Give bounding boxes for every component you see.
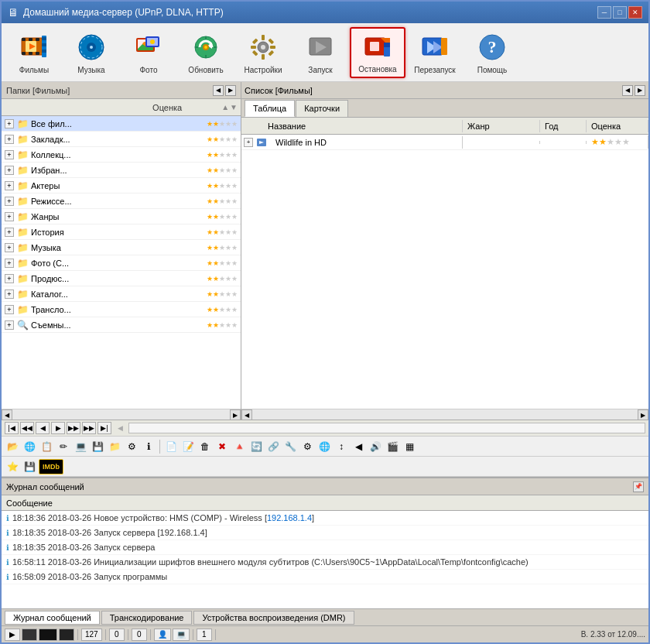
tree-item-actors[interactable]: + 📁 Актеры ★★★★★ bbox=[2, 178, 241, 194]
nav-scrollbar[interactable] bbox=[128, 423, 645, 433]
action-btn-b1[interactable]: ⭐ bbox=[5, 459, 20, 474]
scroll-track[interactable] bbox=[12, 409, 230, 420]
action-btn-14[interactable]: 🔺 bbox=[231, 439, 247, 454]
action-btn-24[interactable]: ▦ bbox=[402, 439, 417, 454]
filter-icon[interactable]: ▼ bbox=[230, 103, 238, 111]
log-link-1[interactable]: 192.168.1.4 bbox=[267, 513, 312, 522]
action-btn-15[interactable]: 🔄 bbox=[248, 439, 264, 454]
action-btn-11[interactable]: 📝 bbox=[180, 439, 196, 454]
panel-nav-next[interactable]: ▶ bbox=[225, 85, 236, 96]
expand-music[interactable]: + bbox=[5, 243, 14, 252]
right-panel-nav-prev[interactable]: ◀ bbox=[622, 85, 633, 96]
toolbar-photo-button[interactable]: Фото bbox=[121, 27, 176, 78]
expand-collections[interactable]: + bbox=[5, 150, 14, 159]
toolbar-music-button[interactable]: Музыка bbox=[63, 27, 119, 78]
maximize-button[interactable]: □ bbox=[613, 6, 627, 19]
status-icon-play[interactable]: ▶ bbox=[5, 629, 20, 641]
log-pin[interactable]: 📌 bbox=[633, 481, 644, 492]
expand-genres[interactable]: + bbox=[5, 212, 14, 221]
action-btn-23[interactable]: 🎬 bbox=[385, 439, 400, 454]
right-scrollbar[interactable]: ◀ ▶ bbox=[241, 409, 648, 420]
action-btn-3[interactable]: 📋 bbox=[39, 439, 54, 454]
tree-item-trans[interactable]: + 📁 Трансло... ★★★★★ bbox=[2, 302, 241, 317]
action-btn-9[interactable]: ℹ bbox=[141, 439, 156, 454]
expand-catalog[interactable]: + bbox=[5, 289, 14, 299]
tree-item-favorites[interactable]: + 📁 Избран... ★★★★★ bbox=[2, 163, 241, 178]
tree-item-music[interactable]: + 📁 Музыка ★★★★★ bbox=[2, 240, 241, 255]
sort-icon[interactable]: ▲ bbox=[221, 103, 229, 111]
tab-cards[interactable]: Карточки bbox=[296, 100, 348, 117]
toolbar-stop-button[interactable]: Остановка bbox=[350, 27, 405, 78]
action-btn-17[interactable]: 🔧 bbox=[282, 439, 298, 454]
action-btn-4[interactable]: ✏ bbox=[56, 439, 71, 454]
action-btn-10[interactable]: 📄 bbox=[163, 439, 179, 454]
row-expand[interactable]: + bbox=[244, 138, 253, 147]
nav-last[interactable]: ▶| bbox=[98, 422, 111, 434]
bottom-tab-transcode[interactable]: Транскодирование bbox=[101, 611, 193, 625]
minimize-button[interactable]: ─ bbox=[597, 6, 611, 19]
bottom-tab-dmr[interactable]: Устройства воспроизведения (DMR) bbox=[193, 611, 354, 625]
tree-item-bookmarks[interactable]: + 📁 Закладк... ★★★★★ bbox=[2, 132, 241, 147]
folder-tree[interactable]: + 📁 Все фил... ★★★★★ + 📁 Закладк... ★★★★… bbox=[2, 116, 241, 409]
panel-nav-prev[interactable]: ◀ bbox=[213, 85, 224, 96]
action-btn-12[interactable]: 🗑 bbox=[197, 439, 213, 454]
tree-item-producers[interactable]: + 📁 Продюс... ★★★★★ bbox=[2, 271, 241, 286]
right-scroll-track[interactable] bbox=[252, 409, 638, 420]
action-btn-6[interactable]: 💾 bbox=[90, 439, 105, 454]
tree-item-photo[interactable]: + 📁 Фото (С... ★★★★★ bbox=[2, 255, 241, 271]
nav-play[interactable]: ▶ bbox=[51, 422, 65, 434]
action-btn-imdb[interactable]: IMDb bbox=[39, 459, 63, 474]
action-btn-21[interactable]: ◀ bbox=[351, 439, 366, 454]
expand-history[interactable]: + bbox=[5, 228, 14, 237]
toolbar-restart-button[interactable]: Перезапуск bbox=[407, 27, 463, 78]
nav-next[interactable]: ▶▶ bbox=[67, 422, 80, 434]
action-btn-1[interactable]: 📂 bbox=[5, 439, 20, 454]
left-scrollbar[interactable]: ◀ ▶ bbox=[2, 409, 241, 420]
tree-item-directors[interactable]: + 📁 Режиссе... ★★★★★ bbox=[2, 194, 241, 209]
table-row[interactable]: + Wildlife in HD ★★★★★ bbox=[241, 135, 648, 150]
action-btn-13[interactable]: ✖ bbox=[214, 439, 230, 454]
tree-item-catalog[interactable]: + 📁 Каталог... ★★★★★ bbox=[2, 286, 241, 302]
action-btn-22[interactable]: 🔊 bbox=[368, 439, 383, 454]
toolbar-films-button[interactable]: Фильмы bbox=[6, 27, 62, 78]
tab-table[interactable]: Таблица bbox=[245, 100, 295, 117]
expand-allfilms[interactable]: + bbox=[5, 119, 14, 128]
tree-item-removable[interactable]: + 🔍 Съемны... ★★★★★ bbox=[2, 317, 241, 333]
nav-first[interactable]: |◀ bbox=[5, 422, 19, 434]
expand-producers[interactable]: + bbox=[5, 274, 14, 283]
right-scroll-right[interactable]: ▶ bbox=[638, 409, 648, 420]
action-btn-5[interactable]: 💻 bbox=[73, 439, 88, 454]
tree-item-allfilms[interactable]: + 📁 Все фил... ★★★★★ bbox=[2, 116, 241, 132]
action-btn-18[interactable]: ⚙ bbox=[299, 439, 315, 454]
scroll-right[interactable]: ▶ bbox=[230, 409, 241, 420]
close-button[interactable]: ✕ bbox=[628, 6, 642, 19]
right-scroll-left[interactable]: ◀ bbox=[241, 409, 252, 420]
action-btn-2[interactable]: 🌐 bbox=[22, 439, 37, 454]
toolbar-settings-button[interactable]: Настройки bbox=[235, 27, 291, 78]
tree-item-collections[interactable]: + 📁 Коллекц... ★★★★★ bbox=[2, 147, 241, 163]
action-btn-7[interactable]: 📁 bbox=[107, 439, 122, 454]
expand-actors[interactable]: + bbox=[5, 181, 14, 190]
action-btn-b2[interactable]: 💾 bbox=[22, 459, 37, 474]
expand-removable[interactable]: + bbox=[5, 320, 14, 330]
expand-favorites[interactable]: + bbox=[5, 166, 14, 175]
right-panel-nav-next[interactable]: ▶ bbox=[635, 85, 645, 96]
scroll-left[interactable]: ◀ bbox=[2, 409, 12, 420]
nav-prev[interactable]: ◀ bbox=[36, 422, 50, 434]
nav-next-page[interactable]: ▶▶ bbox=[82, 422, 96, 434]
tree-item-genres[interactable]: + 📁 Жанры ★★★★★ bbox=[2, 209, 241, 224]
action-btn-19[interactable]: 🌐 bbox=[316, 439, 332, 454]
toolbar-help-button[interactable]: ? Помощь bbox=[464, 27, 520, 78]
bottom-tab-log[interactable]: Журнал сообщений bbox=[5, 611, 100, 625]
status-icon-circle[interactable]: ● bbox=[22, 629, 37, 641]
action-btn-8[interactable]: ⚙ bbox=[124, 439, 139, 454]
expand-directors[interactable]: + bbox=[5, 197, 14, 206]
expand-trans[interactable]: + bbox=[5, 305, 14, 314]
toolbar-update-button[interactable]: Обновить bbox=[178, 27, 234, 78]
expand-bookmarks[interactable]: + bbox=[5, 135, 14, 144]
nav-prev-page[interactable]: ◀◀ bbox=[20, 422, 34, 434]
action-btn-20[interactable]: ↕ bbox=[334, 439, 349, 454]
expand-photo[interactable]: + bbox=[5, 259, 14, 268]
toolbar-launch-button[interactable]: Запуск bbox=[292, 27, 348, 78]
tree-item-history[interactable]: + 📁 История ★★★★★ bbox=[2, 224, 241, 240]
